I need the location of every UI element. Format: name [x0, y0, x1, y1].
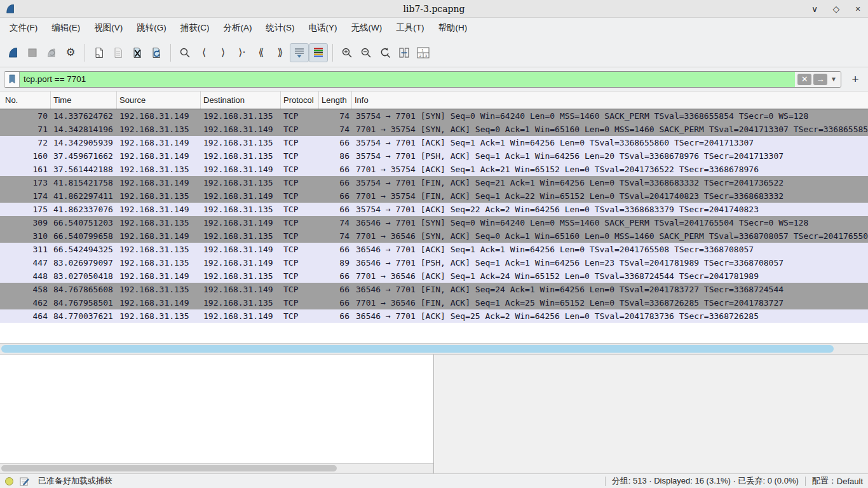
packet-row[interactable]: 46284.767958501192.168.31.149192.168.31.… [0, 296, 868, 309]
filter-dropdown-caret[interactable]: ▼ [829, 76, 838, 83]
packet-row[interactable]: 16137.561442188192.168.31.135192.168.31.… [0, 163, 868, 176]
close-file-button[interactable] [128, 43, 147, 62]
packet-cell-source: 192.168.31.135 [117, 243, 201, 256]
double-chevron-left-icon: ⟪ [259, 46, 264, 58]
packet-cell-protocol: TCP [281, 296, 319, 309]
zoom-in-button[interactable] [337, 43, 356, 62]
packet-details-pane [0, 355, 434, 473]
layout-123-button[interactable]: 123 [414, 43, 433, 62]
packet-cell-info: 36546 → 7701 [ACK] Seq=1 Ack=1 Win=64256… [352, 243, 868, 256]
packet-row[interactable]: 31166.542494325192.168.31.135192.168.31.… [0, 243, 868, 256]
first-packet-button[interactable]: ⟪ [252, 43, 271, 62]
zoom-in-icon [341, 46, 353, 59]
packet-row[interactable]: 17541.862337076192.168.31.149192.168.31.… [0, 203, 868, 216]
menu-capture[interactable]: 捕获(C) [173, 18, 217, 37]
packet-cell-source: 192.168.31.149 [117, 229, 201, 243]
packet-row[interactable]: 44783.026979097192.168.31.135192.168.31.… [0, 256, 868, 269]
reload-file-icon [150, 46, 163, 59]
packet-details-hscrollbar-thumb[interactable] [1, 465, 337, 471]
packet-details-view [0, 355, 433, 464]
column-header-time[interactable]: Time [51, 92, 117, 109]
packet-row[interactable]: 7014.337624762192.168.31.149192.168.31.1… [0, 109, 868, 123]
auto-scroll-button[interactable] [290, 43, 309, 62]
packet-cell-destination: 192.168.31.149 [201, 163, 281, 176]
menu-view[interactable]: 视图(V) [87, 18, 130, 37]
open-file-button[interactable] [90, 43, 109, 62]
expert-info-icon[interactable] [5, 477, 13, 485]
stop-capture-button [23, 43, 42, 62]
colorize-icon [312, 46, 325, 59]
previous-packet-button[interactable]: ⟨ [194, 43, 214, 62]
packet-cell-info: 7701 → 35754 [FIN, ACK] Seq=1 Ack=22 Win… [352, 189, 868, 203]
column-header-no[interactable]: No. [0, 92, 51, 109]
profile-value: Default [837, 477, 863, 486]
column-header-info[interactable]: Info [352, 92, 868, 109]
minimize-button[interactable]: ∨ [810, 4, 820, 14]
packet-cell-info: 35754 → 7701 [SYN] Seq=0 Win=64240 Len=0… [352, 109, 868, 123]
close-file-icon [131, 46, 144, 59]
packet-cell-no: 70 [0, 109, 51, 123]
colorize-button[interactable] [309, 43, 328, 62]
packet-list-hscrollbar[interactable] [0, 343, 868, 355]
filter-clear-button[interactable]: ✕ [797, 74, 811, 85]
packet-row[interactable]: 44883.027050418192.168.31.149192.168.31.… [0, 269, 868, 283]
menu-file[interactable]: 文件(F) [3, 18, 44, 37]
packet-row[interactable]: 7214.342905939192.168.31.149192.168.31.1… [0, 136, 868, 149]
packet-cell-destination: 192.168.31.149 [201, 283, 281, 296]
menu-go[interactable]: 跳转(G) [130, 18, 173, 37]
packet-cell-protocol: TCP [281, 256, 319, 269]
menu-analyze[interactable]: 分析(A) [217, 18, 259, 37]
packet-row[interactable]: 46484.770037621192.168.31.135192.168.31.… [0, 309, 868, 323]
next-packet-button[interactable]: ⟩ [214, 43, 233, 62]
start-capture-button[interactable] [4, 43, 23, 62]
filter-add-button[interactable]: + [846, 72, 864, 86]
menu-statistics[interactable]: 统计(S) [259, 18, 302, 37]
filter-apply-button[interactable]: → [813, 74, 827, 85]
reload-file-button[interactable] [147, 43, 166, 62]
maximize-button[interactable]: ◇ [831, 4, 841, 14]
menu-wireless[interactable]: 无线(W) [344, 18, 390, 37]
profile-selector[interactable]: 配置： Default [812, 475, 863, 487]
zoom-out-icon [360, 46, 372, 59]
chevron-right-icon: ⟩ [221, 46, 225, 58]
auto-scroll-icon [293, 46, 306, 59]
packet-cell-info: 35754 → 7701 [ACK] Seq=22 Ack=2 Win=6425… [352, 203, 868, 216]
capture-options-button[interactable]: ⚙ [61, 43, 80, 62]
capture-comment-icon[interactable] [20, 477, 29, 486]
packet-cell-no: 462 [0, 296, 51, 309]
packet-row[interactable]: 16037.459671662192.168.31.149192.168.31.… [0, 149, 868, 163]
menu-telephony[interactable]: 电话(Y) [302, 18, 344, 37]
column-header-destination[interactable]: Destination [201, 92, 281, 109]
packet-row[interactable]: 17441.862297411192.168.31.135192.168.31.… [0, 189, 868, 203]
zoom-out-button[interactable] [356, 43, 376, 62]
menu-edit[interactable]: 编辑(E) [44, 18, 87, 37]
display-filter-field[interactable]: tcp.port == 7701 ✕ → ▼ [4, 71, 841, 88]
packet-row[interactable]: 31066.540799658192.168.31.149192.168.31.… [0, 229, 868, 243]
packet-list-hscrollbar-thumb[interactable] [1, 345, 834, 353]
menu-help[interactable]: 帮助(H) [431, 18, 474, 37]
close-button[interactable]: × [853, 4, 863, 14]
packet-row[interactable]: 17341.815421758192.168.31.149192.168.31.… [0, 176, 868, 189]
statusbar: 已准备好加载或捕获 分组: 513 · Displayed: 16 (3.1%)… [0, 473, 868, 488]
packet-row[interactable]: 7114.342814196192.168.31.135192.168.31.1… [0, 123, 868, 136]
packet-cell-no: 458 [0, 283, 51, 296]
column-header-protocol[interactable]: Protocol [281, 92, 319, 109]
column-header-source[interactable]: Source [117, 92, 201, 109]
packet-details-hscrollbar[interactable] [0, 464, 433, 473]
column-header-length[interactable]: Length [319, 92, 352, 109]
packet-cell-destination: 192.168.31.135 [201, 203, 281, 216]
display-filter-input[interactable]: tcp.port == 7701 [20, 72, 795, 87]
packet-cell-source: 192.168.31.135 [117, 123, 201, 136]
resize-columns-button[interactable] [395, 43, 414, 62]
packet-cell-protocol: TCP [281, 123, 319, 136]
packet-cell-length: 66 [319, 203, 352, 216]
goto-packet-button[interactable]: ⟩· [233, 43, 252, 62]
find-packet-button[interactable] [175, 43, 194, 62]
packet-row[interactable]: 30966.540751203192.168.31.135192.168.31.… [0, 216, 868, 229]
menu-tools[interactable]: 工具(T) [389, 18, 431, 37]
filter-bookmark-button[interactable] [4, 72, 20, 87]
last-packet-button[interactable]: ⟫ [271, 43, 290, 62]
packet-cell-length: 74 [319, 229, 352, 243]
packet-row[interactable]: 45884.767865608192.168.31.135192.168.31.… [0, 283, 868, 296]
zoom-reset-button[interactable] [376, 43, 395, 62]
